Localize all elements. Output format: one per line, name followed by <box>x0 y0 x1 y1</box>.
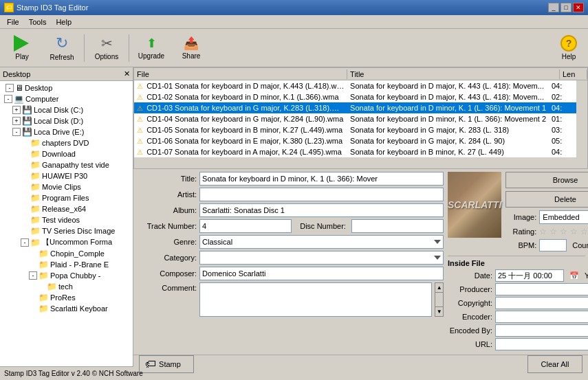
refresh-button[interactable]: ↻ Refresh <box>43 30 81 66</box>
tree-toggle-c[interactable]: + <box>12 106 21 114</box>
upgrade-icon: ⬆ <box>146 36 157 51</box>
file-row-2[interactable]: ⚠ CD1-03 Sonata for keyboard in G major,… <box>134 102 576 113</box>
file-row-4[interactable]: ⚠ CD1-05 Sonata for keyboard in B minor,… <box>134 124 576 135</box>
file-row-0[interactable]: ⚠ CD1-01 Sonata for keyboard in D major,… <box>134 80 576 91</box>
col-file[interactable]: File <box>134 69 347 79</box>
file-row-6[interactable]: ⚠ CD1-07 Sonata for keyboard in A major,… <box>134 146 576 157</box>
artist-input[interactable] <box>199 188 444 201</box>
tree-item-computer[interactable]: - 💻 Computer <box>4 93 131 104</box>
image-type-select[interactable]: Embedded None External <box>539 210 588 224</box>
star-2[interactable]: ☆ <box>549 227 557 236</box>
menu-file[interactable]: File <box>3 17 23 27</box>
album-art-text: SCARLATTI <box>448 199 501 210</box>
tree-toggle-e[interactable]: - <box>12 128 21 136</box>
warn-icon-0: ⚠ <box>137 82 143 90</box>
tree-item-download[interactable]: 📁 Download <box>21 148 131 159</box>
file-row-3[interactable]: ⚠ CD1-04 Sonata for keyboard in G major,… <box>134 113 576 124</box>
tree-item-ganapathy[interactable]: 📁 Ganapathy test vide <box>21 159 131 170</box>
tree-item-movie[interactable]: 📁 Movie Clips <box>21 181 131 192</box>
tree-toggle-popa[interactable]: - <box>29 271 37 280</box>
tree-label-release: Release_x64 <box>42 205 86 213</box>
tree-container[interactable]: - 🖥 Desktop - 💻 Computer + 💾 Local Disk … <box>0 81 133 366</box>
help-button[interactable]: ? Help <box>552 30 585 66</box>
tree-label-desktop: Desktop <box>25 84 52 92</box>
tree-item-scarlatti[interactable]: 📁 Scarlatti Keyboar <box>29 303 131 314</box>
tree-toggle-computer[interactable]: - <box>4 95 12 103</box>
tree-toggle-desktop[interactable]: - <box>6 84 14 92</box>
tree-item-local-c[interactable]: + 💾 Local Disk (C:) <box>12 104 131 115</box>
genre-select[interactable]: Classical Rock Pop Jazz <box>199 235 444 249</box>
tree-item-testvideos[interactable]: 📁 Test videos <box>21 214 131 225</box>
close-button[interactable]: ✕ <box>573 3 584 12</box>
tree-item-local-e[interactable]: - 💾 Loca Drive (E:) <box>12 126 131 137</box>
tree-item-tech[interactable]: 📁 tech <box>37 281 131 292</box>
tree-item-huawei[interactable]: 📁 HUAWEI P30 <box>21 170 131 181</box>
encoded-by-input[interactable] <box>495 324 588 337</box>
file-list-vscroll[interactable] <box>576 80 587 157</box>
left-panel-close[interactable]: ✕ <box>124 69 130 78</box>
producer-input[interactable] <box>495 283 588 295</box>
tree-item-tvseries[interactable]: 📁 TV Series Disc Image <box>21 225 131 236</box>
play-button[interactable]: Play <box>3 30 41 66</box>
category-select[interactable] <box>199 251 444 265</box>
album-input[interactable] <box>199 203 444 217</box>
menu-help[interactable]: Help <box>52 17 76 27</box>
tree-label-download: Download <box>42 150 76 158</box>
share-button[interactable]: 📤 Share <box>172 30 210 66</box>
tree-item-local-d[interactable]: + 💾 Local Disk (D:) <box>12 115 131 126</box>
tree-label-uncommon: 【Uncommon Forma <box>42 237 112 247</box>
star-5[interactable]: ☆ <box>580 227 588 236</box>
options-label: Options <box>95 53 118 60</box>
tree-toggle-d[interactable]: + <box>12 117 21 125</box>
star-4[interactable]: ☆ <box>570 227 578 236</box>
tree-item-program[interactable]: 📁 Program Files <box>21 192 131 203</box>
file-list-hscroll[interactable] <box>134 157 587 168</box>
tree-item-uncommon[interactable]: - 📁 【Uncommon Forma <box>21 236 131 248</box>
date-input[interactable] <box>495 269 564 282</box>
star-3[interactable]: ☆ <box>560 227 567 236</box>
menu-tools[interactable]: Tools <box>25 17 51 27</box>
tree-item-prores[interactable]: 📁 ProRes <box>29 292 131 303</box>
delete-button[interactable]: Delete <box>505 191 588 208</box>
maximize-button[interactable]: □ <box>560 3 571 12</box>
options-button[interactable]: ✂ Options <box>87 30 126 66</box>
window-title: Stamp ID3 Tag Editor <box>17 3 88 12</box>
tree-toggle-uncommon[interactable]: - <box>21 238 29 247</box>
file-cell-1-title: Sonata for keyboard in D major, K. 443 (… <box>347 92 549 102</box>
clear-button[interactable]: Clear All <box>527 355 582 373</box>
minimize-button[interactable]: _ <box>548 3 559 12</box>
date-label: Date: <box>448 271 492 280</box>
date-calendar-icon[interactable]: 📅 <box>569 271 579 280</box>
title-input[interactable] <box>199 172 444 186</box>
col-title[interactable]: Title <box>347 69 560 79</box>
file-row-5[interactable]: ⚠ CD1-06 Sonata for keyboard in E major,… <box>134 135 576 146</box>
file-row-1[interactable]: ⚠ CD1-02 Sonata for keyboard in D minor,… <box>134 91 576 102</box>
tree-label-testvideos: Test videos <box>42 216 80 224</box>
browse-button[interactable]: Browse <box>505 172 588 188</box>
star-1[interactable]: ☆ <box>539 227 547 236</box>
disc-input[interactable] <box>351 219 444 233</box>
tree-item-popa[interactable]: - 📁 Popa Chubby - <box>29 270 131 281</box>
comment-textarea[interactable] <box>199 282 432 317</box>
bpm-input[interactable] <box>539 239 567 252</box>
copyright-input[interactable] <box>495 297 588 309</box>
year-label: Year: <box>585 271 588 280</box>
tree-item-release[interactable]: 📁 Release_x64 <box>21 203 131 214</box>
category-label: Category: <box>136 254 197 262</box>
track-input[interactable] <box>199 219 292 233</box>
composer-input[interactable] <box>199 267 444 280</box>
track-label: Track Number: <box>136 222 197 230</box>
tree-item-desktop[interactable]: - 🖥 Desktop <box>1 82 131 93</box>
file-list-content[interactable]: ⚠ CD1-01 Sonata for keyboard in D major,… <box>134 80 576 157</box>
encoder-input[interactable] <box>495 311 588 323</box>
image-top: SCARLATTI Browse Delete Image: Embedded … <box>448 172 585 252</box>
rating-row: Rating: ☆ ☆ ☆ ☆ ☆ <box>505 227 588 236</box>
tree-item-chopin[interactable]: 📁 Chopin_Comple <box>29 248 131 259</box>
tree-item-plaid[interactable]: 📁 Plaid - P-Brane E <box>29 259 131 270</box>
stamp-button[interactable]: 🏷 Stamp <box>139 355 194 373</box>
col-len[interactable]: Len <box>560 69 587 79</box>
upgrade-button[interactable]: ⬆ Upgrade <box>132 30 171 66</box>
chopin-icon: 📁 <box>39 249 49 258</box>
url-input[interactable] <box>495 338 588 350</box>
tree-item-chapters[interactable]: 📁 chapters DVD <box>21 137 131 148</box>
